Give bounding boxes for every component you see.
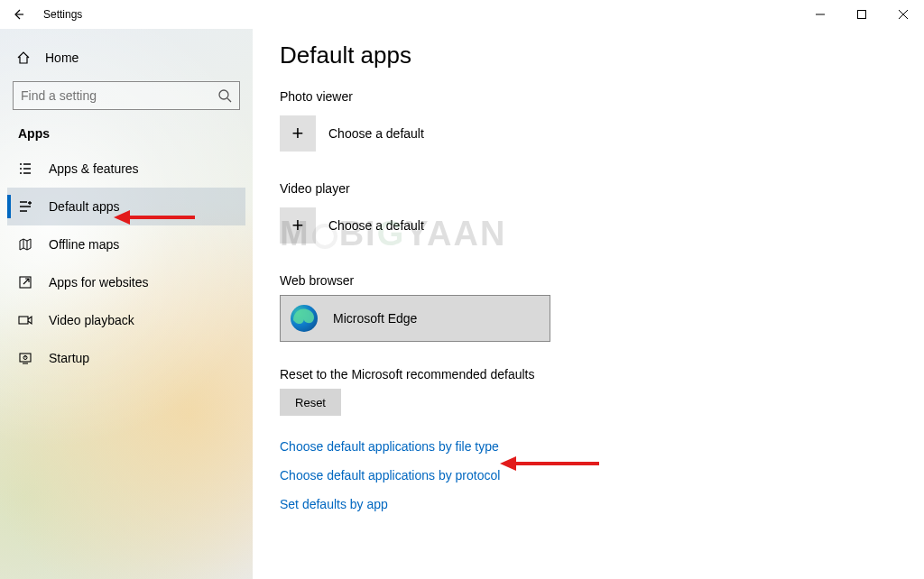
choose-label: Choose a default — [328, 218, 424, 233]
choose-photo-default[interactable]: + Choose a default — [280, 111, 550, 156]
choose-video-default[interactable]: + Choose a default — [280, 203, 550, 248]
window-title: Settings — [43, 8, 82, 21]
svg-point-4 — [219, 90, 228, 99]
plus-icon: + — [280, 207, 316, 244]
home-icon — [16, 51, 31, 65]
search-icon — [217, 88, 232, 103]
back-button[interactable] — [0, 0, 36, 29]
reset-button[interactable]: Reset — [280, 389, 341, 416]
browser-app-name: Microsoft Edge — [333, 311, 417, 326]
reset-label: Reset to the Microsoft recommended defau… — [280, 367, 897, 381]
main-content: Default apps Photo viewer + Choose a def… — [253, 29, 924, 579]
map-icon — [18, 237, 32, 252]
group-label-video: Video player — [280, 181, 897, 196]
sidebar-item-label: Startup — [49, 351, 89, 365]
edge-icon — [288, 302, 320, 335]
minimize-icon — [816, 10, 825, 19]
sidebar: Home Apps Apps & features Default apps O… — [0, 29, 253, 579]
sidebar-item-label: Offline maps — [49, 237, 119, 252]
sidebar-item-label: Video playback — [49, 313, 134, 327]
close-button[interactable] — [882, 0, 924, 29]
minimize-button[interactable] — [799, 0, 841, 29]
sidebar-item-label: Default apps — [49, 199, 120, 214]
page-heading: Default apps — [280, 41, 897, 69]
sidebar-item-apps-features[interactable]: Apps & features — [7, 150, 245, 188]
maximize-button[interactable] — [841, 0, 882, 29]
sidebar-item-label: Apps for websites — [49, 275, 149, 290]
group-photo-viewer: Photo viewer + Choose a default — [280, 89, 897, 156]
back-arrow-icon — [12, 8, 24, 21]
svg-rect-7 — [19, 317, 28, 324]
group-reset: Reset to the Microsoft recommended defau… — [280, 367, 897, 416]
video-icon — [18, 313, 32, 327]
titlebar: Settings — [0, 0, 924, 29]
sidebar-item-video-playback[interactable]: Video playback — [7, 301, 245, 339]
search-box[interactable] — [13, 81, 240, 110]
sidebar-home[interactable]: Home — [7, 40, 245, 76]
plus-icon: + — [280, 115, 316, 152]
startup-icon — [18, 351, 32, 365]
link-by-app[interactable]: Set defaults by app — [280, 497, 897, 511]
close-icon — [899, 10, 908, 19]
sidebar-item-apps-websites[interactable]: Apps for websites — [7, 263, 245, 301]
group-label-photo: Photo viewer — [280, 89, 897, 104]
links-section: Choose default applications by file type… — [280, 439, 897, 511]
maximize-icon — [857, 10, 866, 19]
sidebar-item-default-apps[interactable]: Default apps — [7, 188, 245, 225]
choose-label: Choose a default — [328, 126, 424, 141]
link-by-file-type[interactable]: Choose default applications by file type — [280, 439, 897, 454]
group-label-browser: Web browser — [280, 273, 897, 288]
browser-default-tile[interactable]: Microsoft Edge — [280, 295, 550, 342]
open-icon — [18, 275, 32, 290]
window-controls — [799, 0, 924, 29]
list-icon — [18, 161, 32, 176]
search-input[interactable] — [21, 88, 217, 103]
defaults-icon — [18, 199, 32, 214]
svg-rect-1 — [858, 11, 866, 19]
sidebar-item-offline-maps[interactable]: Offline maps — [7, 225, 245, 263]
link-by-protocol[interactable]: Choose default applications by protocol — [280, 468, 897, 482]
group-web-browser: Web browser Microsoft Edge — [280, 273, 897, 342]
sidebar-item-startup[interactable]: Startup — [7, 339, 245, 377]
sidebar-item-label: Apps & features — [49, 161, 139, 176]
group-video-player: Video player + Choose a default — [280, 181, 897, 248]
svg-line-5 — [227, 98, 231, 102]
sidebar-section-title: Apps — [7, 123, 245, 150]
sidebar-home-label: Home — [45, 51, 79, 65]
